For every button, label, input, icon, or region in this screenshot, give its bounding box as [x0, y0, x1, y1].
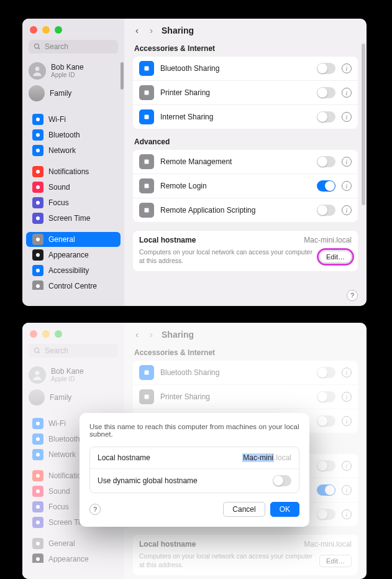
dynamic-hostname-toggle[interactable] [273, 475, 291, 486]
content-pane: ‹ › Sharing Accessories & Internet Bluet… [124, 19, 367, 306]
svg-point-9 [36, 216, 40, 220]
sidebar-item-accessibility[interactable]: Accessibility [26, 263, 121, 278]
acc-icon [32, 265, 43, 276]
advanced-card: Remote ManagementiRemote LoginiRemote Ap… [133, 150, 358, 222]
help-button[interactable]: ? [347, 290, 358, 301]
row-label: Remote Login [160, 182, 311, 190]
row-icon [139, 203, 154, 218]
info-icon[interactable]: i [342, 88, 352, 98]
sidebar-item-label: Control Centre [48, 282, 97, 290]
net-icon [32, 145, 43, 156]
search-input[interactable]: Search [29, 40, 118, 53]
info-icon[interactable]: i [342, 181, 352, 191]
user-sub: Apple ID [51, 72, 84, 78]
info-icon[interactable]: i [342, 205, 352, 215]
nav-fwd-button[interactable]: › [147, 25, 155, 35]
sidebar-item-sound[interactable]: Sound [26, 180, 121, 195]
zoom-button[interactable] [55, 26, 62, 34]
hostname-input[interactable]: Mac-mini.local [242, 453, 291, 462]
moon-icon [32, 197, 43, 208]
row-icon [139, 154, 154, 169]
sharing-row-internet-sharing[interactable]: Internet Sharingi [133, 105, 358, 129]
row-label: Remote Management [160, 157, 311, 166]
svg-point-7 [36, 185, 40, 189]
sidebar-item-bluetooth[interactable]: Bluetooth [26, 127, 121, 142]
sidebar-item-screen-time[interactable]: Screen Time [26, 211, 121, 226]
bell-icon [32, 166, 43, 177]
svg-line-1 [39, 48, 40, 50]
sidebar-item-notifications[interactable]: Notifications [26, 164, 121, 179]
sharing-row-remote-login[interactable]: Remote Logini [133, 174, 358, 198]
row-label: Bluetooth Sharing [160, 64, 311, 73]
close-button[interactable] [30, 26, 37, 34]
sidebar-item-label: Bluetooth [48, 131, 80, 139]
svg-rect-18 [145, 91, 149, 95]
sheet-help-button[interactable]: ? [89, 504, 101, 515]
bt-icon [32, 129, 43, 141]
sidebar-item-focus[interactable]: Focus [26, 195, 121, 210]
row-icon [139, 109, 154, 124]
sidebar-item-label: Sound [48, 183, 70, 192]
sidebar-user[interactable]: Bob Kane Apple ID [22, 60, 124, 83]
sharing-row-printer-sharing[interactable]: Printer Sharingi [133, 81, 358, 105]
accessories-card: Bluetooth SharingiPrinter SharingiIntern… [133, 57, 358, 129]
family-icon [29, 85, 45, 101]
svg-point-5 [36, 149, 40, 152]
sidebar-scrollbar[interactable] [121, 62, 124, 90]
hostname-edit-sheet: Use this name to reach this computer fro… [80, 413, 309, 527]
row-toggle[interactable] [317, 87, 335, 98]
sidebar-item-label: Network [48, 146, 76, 155]
sidebar-item-network[interactable]: Network [26, 143, 121, 158]
hostname-value: Mac-mini.local [304, 236, 352, 244]
svg-point-13 [36, 284, 40, 288]
nav-back-button[interactable]: ‹ [133, 25, 141, 35]
row-label: Printer Sharing [160, 88, 311, 97]
row-icon [139, 178, 154, 193]
row-toggle[interactable] [317, 156, 335, 167]
page-title: Sharing [162, 25, 194, 35]
sheet-message: Use this name to reach this computer fro… [89, 423, 299, 438]
group-label-advanced: Advanced [134, 137, 358, 146]
hostname-desc: Computers on your local network can acce… [139, 248, 313, 265]
sidebar-item-label: Focus [48, 198, 69, 207]
svg-rect-17 [145, 67, 149, 71]
svg-point-12 [36, 269, 40, 272]
sharing-row-remote-application-scripting[interactable]: Remote Application Scriptingi [133, 198, 358, 222]
svg-point-6 [36, 170, 40, 174]
info-icon[interactable]: i [342, 112, 352, 122]
gear-icon [32, 234, 43, 245]
row-label: Remote Application Scripting [160, 206, 311, 215]
sidebar-family[interactable]: Family [22, 83, 124, 106]
svg-point-0 [35, 44, 39, 49]
svg-point-2 [35, 67, 40, 71]
row-toggle[interactable] [317, 205, 335, 216]
sidebar-item-appearance[interactable]: Appearance [26, 248, 121, 262]
sidebar-item-general[interactable]: General [26, 232, 121, 247]
sidebar-item-control-centre[interactable]: Control Centre [26, 279, 121, 290]
sidebar-item-wi-fi[interactable]: Wi-Fi [26, 112, 121, 127]
traffic-lights [30, 26, 62, 34]
svg-rect-20 [145, 160, 149, 164]
dynamic-hostname-label: Use dynamic global hostname [98, 476, 198, 485]
settings-window-2: Search Bob Kane Apple ID Family Wi-FiBlu… [22, 323, 367, 579]
info-icon[interactable]: i [342, 157, 352, 167]
content-header: ‹ › Sharing [124, 19, 367, 39]
svg-point-11 [36, 253, 40, 257]
sharing-row-remote-management[interactable]: Remote Managementi [133, 150, 358, 174]
info-icon[interactable]: i [342, 63, 352, 73]
edit-hostname-button[interactable]: Edit… [319, 251, 352, 263]
content-scrollbar[interactable] [362, 44, 365, 205]
row-toggle[interactable] [317, 63, 335, 74]
cc-icon [32, 280, 43, 290]
minimize-button[interactable] [42, 26, 50, 34]
sheet-card: Local hostname Mac-mini.local Use dynami… [89, 447, 299, 493]
app-icon [32, 249, 43, 261]
ok-button[interactable]: OK [270, 502, 299, 517]
row-toggle[interactable] [317, 180, 335, 192]
row-toggle[interactable] [317, 111, 335, 123]
sharing-row-bluetooth-sharing[interactable]: Bluetooth Sharingi [133, 57, 358, 81]
user-name: Bob Kane [51, 63, 84, 72]
wifi-icon [32, 114, 43, 125]
svg-rect-22 [145, 208, 149, 213]
cancel-button[interactable]: Cancel [223, 502, 265, 517]
